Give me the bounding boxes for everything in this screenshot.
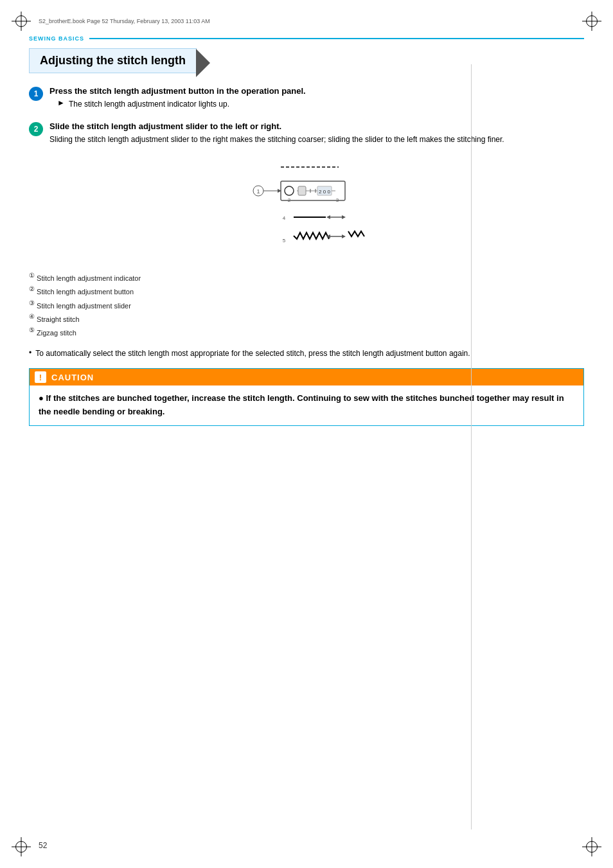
corner-mark-br	[582, 837, 601, 856]
svg-text:3: 3	[336, 197, 339, 203]
note-bullet-icon: •	[29, 348, 31, 357]
caution-text: If the stitches are bunched together, in…	[39, 393, 564, 416]
caution-label: CAUTION	[51, 373, 94, 382]
page-number: 52	[39, 841, 47, 850]
title-arrow-icon	[196, 49, 210, 77]
svg-text:1: 1	[256, 188, 260, 195]
svg-rect-13	[298, 186, 306, 195]
step-1-indicator-row: ► The stitch length adjustment indicator…	[57, 98, 584, 110]
step-2-desc: Sliding the stitch length adjustment sli…	[49, 134, 584, 145]
legend-item-4: ④ Straight stitch	[29, 312, 584, 325]
svg-text:4: 4	[283, 215, 286, 221]
file-info: S2_brotherE.book Page 52 Thursday, Febru…	[39, 18, 210, 24]
caution-bullet-icon: ●	[39, 393, 46, 403]
step-2: 2 Slide the stitch length adjustment sli…	[29, 121, 584, 145]
legend-item-5: ⑤ Zigzag stitch	[29, 325, 584, 339]
note-row: • To automatically select the stitch len…	[29, 348, 584, 359]
indicator-arrow-icon: ►	[57, 98, 65, 107]
corner-mark-tr	[582, 12, 601, 31]
svg-text:5: 5	[283, 238, 286, 244]
section-header-bar	[89, 38, 584, 39]
section-title-box: Adjusting the stitch length	[29, 48, 197, 73]
caution-body: ● If the stitches are bunched together, …	[39, 392, 574, 419]
step-2-title: Slide the stitch length adjustment slide…	[49, 121, 584, 131]
step-1-indicator-text: The stitch length adjustment indicator l…	[69, 98, 229, 110]
caution-header: ! CAUTION	[30, 369, 583, 385]
step-1-number: 1	[29, 87, 43, 101]
note-text: To automatically select the stitch lengt…	[35, 348, 470, 359]
caution-icon: !	[35, 371, 46, 383]
legend-item-1: ① Stitch length adjustment indicator	[29, 270, 584, 284]
step-1: 1 Press the stitch length adjustment but…	[29, 86, 584, 112]
step-2-content: Slide the stitch length adjustment slide…	[49, 121, 584, 145]
svg-text:2: 2	[288, 197, 291, 203]
legend-item-2: ② Stitch length adjustment button	[29, 284, 584, 297]
diagram-legend: ① Stitch length adjustment indicator ② S…	[29, 270, 584, 339]
corner-mark-tl	[12, 12, 31, 31]
corner-mark-bl	[12, 837, 31, 856]
svg-marker-20	[326, 215, 330, 219]
svg-point-6	[285, 186, 294, 195]
right-separator	[471, 64, 472, 829]
caution-box: ! CAUTION ● If the stitches are bunched …	[29, 368, 584, 426]
step-1-content: Press the stitch length adjustment butto…	[49, 86, 584, 112]
section-label: SEWING BASICS	[29, 35, 84, 42]
legend-item-3: ③ Stitch length adjustment slider	[29, 298, 584, 312]
svg-marker-25	[342, 235, 346, 238]
svg-marker-21	[342, 215, 346, 219]
section-title: Adjusting the stitch length	[40, 54, 186, 67]
svg-text:2 0 0: 2 0 0	[319, 189, 330, 195]
stitch-diagram: 1 2 2 0 0 3 4	[236, 155, 377, 258]
diagram-container: 1 2 2 0 0 3 4	[236, 155, 377, 260]
step-2-number: 2	[29, 122, 43, 136]
section-header: SEWING BASICS	[29, 35, 584, 42]
step-1-title: Press the stitch length adjustment butto…	[49, 86, 584, 96]
